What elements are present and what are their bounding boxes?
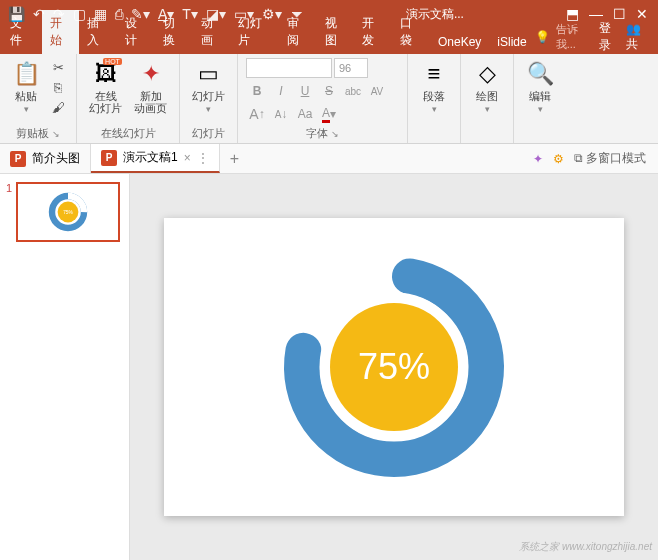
animation-page-icon: ✦ bbox=[137, 60, 165, 88]
powerpoint-icon: P bbox=[10, 151, 26, 167]
redo-icon[interactable]: ↷ bbox=[53, 6, 65, 22]
multiwindow-button[interactable]: ⧉ 多窗口模式 bbox=[574, 150, 646, 167]
slide-number: 1 bbox=[6, 182, 12, 242]
gear-icon[interactable]: ⚙ bbox=[553, 152, 564, 166]
ribbon: 📋 粘贴 ▾ ✂ ⎘ 🖌 剪贴板 ↘ HOT 🖼 在线 幻灯片 ✦ 新加 动画页 bbox=[0, 54, 658, 144]
change-case-button[interactable]: Aa bbox=[294, 104, 316, 124]
drawing-button[interactable]: ◇ 绘图 ▾ bbox=[469, 58, 505, 116]
font-size-input[interactable] bbox=[334, 58, 368, 78]
paragraph-icon: ≡ bbox=[420, 60, 448, 88]
slideshow-icon[interactable]: ▭▾ bbox=[234, 6, 254, 22]
strike-button[interactable]: S bbox=[318, 81, 340, 101]
share-button[interactable]: 👥 共 bbox=[626, 22, 653, 53]
group-online-slides-label: 在线幻灯片 bbox=[101, 124, 156, 141]
font-color-icon[interactable]: A▾ bbox=[158, 6, 174, 22]
ribbon-tabs: 文件 开始 插入 设计 切换 动画 幻灯片 审阅 视图 开发 口袋 OneKey… bbox=[0, 28, 658, 54]
chart-center-label: 75% bbox=[358, 346, 430, 388]
powerpoint-icon: P bbox=[101, 150, 117, 166]
group-paragraph: ≡ 段落 ▾ bbox=[408, 54, 461, 143]
shapes-icon[interactable]: ◪▾ bbox=[206, 6, 226, 22]
doc-tab-1-label: 简介头图 bbox=[32, 150, 80, 167]
tell-me-input[interactable]: 告诉我... bbox=[556, 22, 593, 52]
lightbulb-icon[interactable]: 💡 bbox=[535, 30, 550, 44]
doc-tab-2-label: 演示文稿1 bbox=[123, 149, 178, 166]
group-font-label: 字体 bbox=[306, 126, 328, 141]
progress-chart[interactable]: 75% bbox=[279, 252, 509, 482]
shapes-group-icon: ◇ bbox=[473, 60, 501, 88]
slide-thumbnails-panel: 1 75% bbox=[0, 174, 130, 560]
magic-icon[interactable]: ✦ bbox=[533, 152, 543, 166]
open-icon[interactable]: ▦ bbox=[94, 6, 107, 22]
group-clipboard-label: 剪贴板 bbox=[16, 126, 49, 141]
brush-icon[interactable]: ✎▾ bbox=[131, 6, 150, 22]
underline-button[interactable]: U bbox=[294, 81, 316, 101]
tab-view[interactable]: 视图 bbox=[317, 10, 355, 54]
group-slides: ▭ 幻灯片 ▾ 幻灯片 bbox=[180, 54, 238, 143]
grow-font-button[interactable]: A↑ bbox=[246, 104, 268, 124]
add-tab-button[interactable]: + bbox=[220, 150, 249, 168]
char-spacing-button[interactable]: AV bbox=[366, 81, 388, 101]
slide[interactable]: 75% bbox=[164, 218, 624, 516]
work-area: 1 75% bbox=[0, 174, 658, 560]
tab-pocket[interactable]: 口袋 bbox=[392, 10, 430, 54]
group-editing: 🔍 编辑 ▾ bbox=[514, 54, 566, 143]
slide-thumbnail-1[interactable]: 1 75% bbox=[6, 182, 123, 242]
clear-format-button[interactable]: abc bbox=[342, 81, 364, 101]
group-online-slides: HOT 🖼 在线 幻灯片 ✦ 新加 动画页 在线幻灯片 bbox=[77, 54, 180, 143]
qat-more-icon[interactable]: ⏷ bbox=[290, 6, 304, 22]
group-slides-label: 幻灯片 bbox=[192, 124, 225, 141]
group-clipboard: 📋 粘贴 ▾ ✂ ⎘ 🖌 剪贴板 ↘ bbox=[0, 54, 77, 143]
font-launcher-icon[interactable]: ↘ bbox=[331, 129, 339, 139]
shrink-font-button[interactable]: A↓ bbox=[270, 104, 292, 124]
settings-icon[interactable]: ⚙▾ bbox=[262, 6, 282, 22]
slide-canvas-area[interactable]: 75% bbox=[130, 174, 658, 560]
paragraph-button[interactable]: ≡ 段落 ▾ bbox=[416, 58, 452, 116]
clipboard-icon: 📋 bbox=[12, 60, 40, 88]
bold-button[interactable]: B bbox=[246, 81, 268, 101]
svg-text:75%: 75% bbox=[63, 210, 73, 215]
watermark: 系统之家 www.xitongzhijia.net bbox=[519, 540, 652, 554]
save-icon[interactable]: 💾 bbox=[8, 6, 25, 22]
group-drawing: ◇ 绘图 ▾ bbox=[461, 54, 514, 143]
slides-button[interactable]: ▭ 幻灯片 ▾ bbox=[188, 58, 229, 116]
login-button[interactable]: 登录 bbox=[599, 20, 620, 54]
doc-tab-2[interactable]: P 演示文稿1 × ⋮ bbox=[91, 144, 220, 173]
clipboard-launcher-icon[interactable]: ↘ bbox=[52, 129, 60, 139]
font-color-button[interactable]: A▾ bbox=[318, 104, 340, 124]
hot-badge: HOT bbox=[103, 58, 122, 65]
doc-tab-1[interactable]: P 简介头图 bbox=[0, 144, 91, 173]
textbox-icon[interactable]: T▾ bbox=[182, 6, 198, 22]
tab-developer[interactable]: 开发 bbox=[354, 10, 392, 54]
paste-button[interactable]: 📋 粘贴 ▾ bbox=[8, 58, 44, 116]
find-icon: 🔍 bbox=[526, 60, 554, 88]
online-slides-button[interactable]: HOT 🖼 在线 幻灯片 bbox=[85, 58, 126, 116]
format-painter-icon[interactable]: 🖌 bbox=[48, 98, 68, 116]
tab-close-icon[interactable]: × bbox=[184, 151, 191, 165]
slide-icon: ▭ bbox=[195, 60, 223, 88]
document-tabs: P 简介头图 P 演示文稿1 × ⋮ + ✦ ⚙ ⧉ 多窗口模式 bbox=[0, 144, 658, 174]
print-icon[interactable]: ⎙ bbox=[115, 6, 123, 22]
editing-button[interactable]: 🔍 编辑 ▾ bbox=[522, 58, 558, 116]
italic-button[interactable]: I bbox=[270, 81, 292, 101]
undo-icon[interactable]: ↶ bbox=[33, 6, 45, 22]
font-name-input[interactable] bbox=[246, 58, 332, 78]
thumbnail-chart-icon: 75% bbox=[48, 192, 88, 232]
new-file-icon[interactable]: ▢ bbox=[73, 6, 86, 22]
tab-onekey[interactable]: OneKey bbox=[430, 30, 489, 54]
cut-icon[interactable]: ✂ bbox=[48, 58, 68, 76]
group-font: B I U S abc AV A↑ A↓ Aa A▾ 字体 ↘ bbox=[238, 54, 408, 143]
tab-menu-icon[interactable]: ⋮ bbox=[197, 151, 209, 165]
new-animation-button[interactable]: ✦ 新加 动画页 bbox=[130, 58, 171, 116]
copy-icon[interactable]: ⎘ bbox=[48, 78, 68, 96]
tab-islide[interactable]: iSlide bbox=[489, 30, 534, 54]
